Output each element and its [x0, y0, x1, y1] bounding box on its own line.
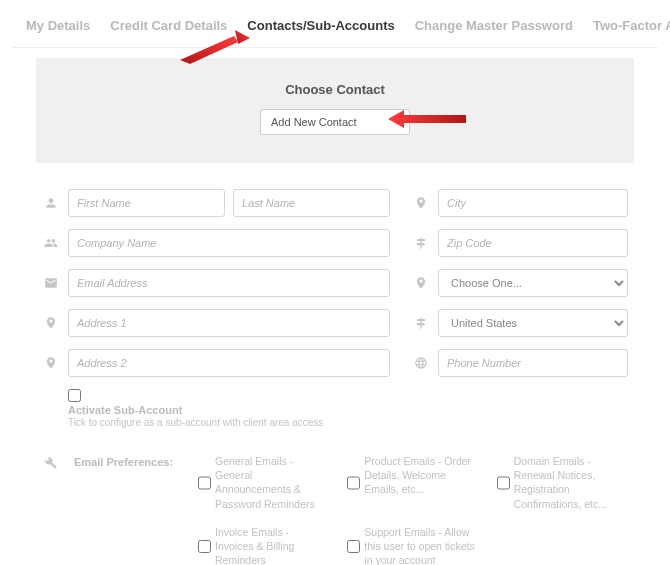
globe-icon — [412, 356, 430, 370]
email-preferences: Email Preferences: General Emails - Gene… — [12, 428, 658, 565]
activate-sub-account-hint: Tick to configure as a sub-account with … — [68, 417, 323, 428]
company-field[interactable] — [68, 229, 390, 257]
pref-invoice[interactable]: Invoice Emails - Invoices & Billing Remi… — [198, 525, 329, 565]
first-name-field[interactable] — [68, 189, 225, 217]
choose-contact-title: Choose Contact — [36, 82, 634, 97]
pref-product-checkbox[interactable] — [347, 455, 360, 511]
phone-field[interactable] — [438, 349, 628, 377]
activate-sub-account-checkbox[interactable] — [68, 389, 81, 402]
location-icon — [42, 316, 60, 330]
zip-field[interactable] — [438, 229, 628, 257]
pref-domain-checkbox[interactable] — [497, 455, 510, 511]
company-icon — [42, 236, 60, 250]
tab-change-master-password[interactable]: Change Master Password — [415, 18, 573, 33]
tab-bar: My Details Credit Card Details Contacts/… — [12, 10, 658, 48]
activate-sub-account: Activate Sub-Account Tick to configure a… — [12, 383, 658, 428]
form-right-column: Choose One... United States — [412, 189, 628, 377]
person-icon — [42, 196, 60, 210]
tab-contacts-sub-accounts[interactable]: Contacts/Sub-Accounts — [247, 18, 394, 33]
last-name-field[interactable] — [233, 189, 390, 217]
pref-support-checkbox[interactable] — [347, 526, 360, 565]
country-select[interactable]: United States — [438, 309, 628, 337]
choose-contact-select[interactable]: Add New Contact — [260, 109, 410, 135]
pref-product[interactable]: Product Emails - Order Details, Welcome … — [347, 454, 478, 511]
location-icon — [42, 356, 60, 370]
pref-general[interactable]: General Emails - General Announcements &… — [198, 454, 329, 511]
choose-contact-panel: Choose Contact Add New Contact — [36, 58, 634, 163]
location-icon — [412, 196, 430, 210]
pref-support-label: Support Emails - Allow this user to open… — [364, 525, 478, 565]
location-icon — [412, 276, 430, 290]
tab-two-factor[interactable]: Two-Factor Authentication — [593, 18, 670, 33]
pref-domain[interactable]: Domain Emails - Renewal Notices, Registr… — [497, 454, 628, 511]
tab-credit-card[interactable]: Credit Card Details — [110, 18, 227, 33]
email-preferences-title: Email Preferences: — [74, 454, 184, 565]
address2-field[interactable] — [68, 349, 390, 377]
address1-field[interactable] — [68, 309, 390, 337]
form-left-column — [42, 189, 390, 377]
pref-invoice-checkbox[interactable] — [198, 526, 211, 565]
pref-product-label: Product Emails - Order Details, Welcome … — [364, 454, 478, 511]
state-select[interactable]: Choose One... — [438, 269, 628, 297]
pref-invoice-label: Invoice Emails - Invoices & Billing Remi… — [215, 525, 329, 565]
signpost-icon — [412, 236, 430, 250]
tab-my-details[interactable]: My Details — [26, 18, 90, 33]
pref-support[interactable]: Support Emails - Allow this user to open… — [347, 525, 478, 565]
email-field[interactable] — [68, 269, 390, 297]
signpost-icon — [412, 316, 430, 330]
pref-general-checkbox[interactable] — [198, 455, 211, 511]
wrench-icon — [42, 456, 60, 565]
city-field[interactable] — [438, 189, 628, 217]
email-icon — [42, 276, 60, 290]
pref-general-label: General Emails - General Announcements &… — [215, 454, 329, 511]
pref-domain-label: Domain Emails - Renewal Notices, Registr… — [514, 454, 628, 511]
contact-form: Choose One... United States — [12, 163, 658, 383]
activate-sub-account-label: Activate Sub-Account — [68, 404, 628, 416]
